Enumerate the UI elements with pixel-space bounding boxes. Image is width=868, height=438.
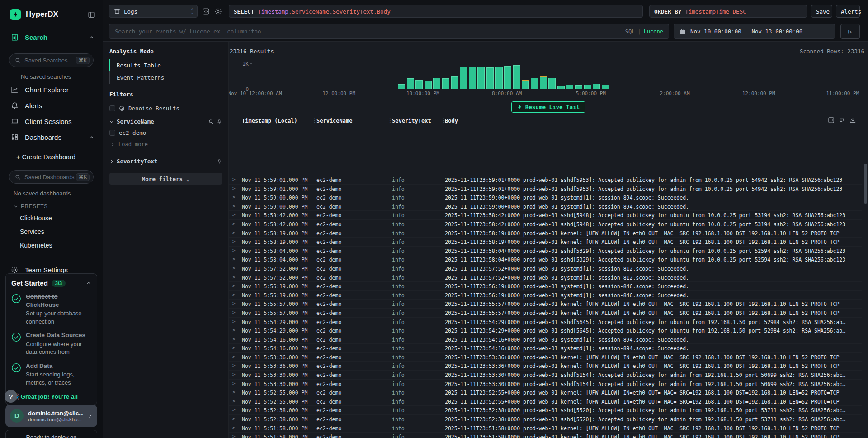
language-lucene-option[interactable]: Lucene — [644, 29, 663, 35]
saved-dashboards-input[interactable]: Saved Dashboards ⌘K — [9, 170, 94, 184]
table-row[interactable]: >Nov 11 5:53:36.000 PMec2-demoinfo2025-1… — [229, 353, 862, 362]
sidebar-section-search[interactable]: Search — [0, 28, 103, 47]
event-search-input[interactable]: Search your events w/ Lucene ex. column:… — [109, 24, 669, 39]
row-expand-chevron-icon[interactable]: > — [232, 425, 236, 431]
histogram-bar[interactable] — [486, 67, 494, 89]
table-row[interactable]: >Nov 11 5:53:30.000 PMec2-demoinfo2025-1… — [229, 380, 862, 389]
get-started-item[interactable]: Connect to ClickHouseSet up your databas… — [11, 293, 91, 325]
get-started-item[interactable]: Create Data SourcesConfigure where your … — [11, 331, 91, 356]
expand-view-icon[interactable] — [828, 117, 835, 124]
histogram-bar[interactable] — [548, 78, 556, 89]
row-expand-chevron-icon[interactable]: > — [232, 407, 236, 413]
table-row[interactable]: >Nov 11 5:59:00.000 PMec2-demoinfo2025-1… — [229, 202, 862, 211]
row-expand-chevron-icon[interactable]: > — [232, 194, 236, 200]
service-name-group[interactable]: ServiceName — [109, 114, 222, 127]
chevron-up-icon[interactable] — [86, 281, 91, 286]
histogram-bar[interactable] — [593, 84, 600, 89]
row-expand-chevron-icon[interactable]: > — [232, 300, 236, 306]
col-body[interactable]: Body — [445, 118, 458, 124]
sidebar-item-client-sessions[interactable]: Client Sessions — [0, 114, 103, 129]
sidebar-item-alerts[interactable]: Alerts — [0, 98, 103, 114]
row-expand-chevron-icon[interactable]: > — [232, 248, 236, 253]
create-dashboard-button[interactable]: + Create Dashboard — [0, 147, 103, 164]
pin-icon[interactable] — [217, 119, 222, 124]
table-row[interactable]: >Nov 11 5:55:57.000 PMec2-demoinfo2025-1… — [229, 309, 862, 318]
analysis-mode-option[interactable]: Results Table — [109, 59, 222, 71]
table-row[interactable]: >Nov 11 5:57:52.000 PMec2-demoinfo2025-1… — [229, 264, 862, 273]
histogram-bar[interactable] — [495, 67, 503, 89]
col-severitytext[interactable]: SeverityText — [392, 118, 431, 124]
alerts-button[interactable]: Alerts — [836, 5, 860, 18]
row-expand-chevron-icon[interactable]: > — [232, 416, 236, 422]
row-expand-chevron-icon[interactable]: > — [232, 230, 236, 236]
histogram-bar[interactable] — [433, 78, 440, 89]
histogram-bar[interactable] — [602, 85, 609, 89]
histogram-bar[interactable] — [540, 77, 547, 89]
row-expand-chevron-icon[interactable]: > — [232, 176, 236, 182]
edit-source-icon[interactable] — [202, 7, 211, 16]
histogram-bar[interactable] — [584, 85, 591, 89]
row-expand-chevron-icon[interactable]: > — [232, 238, 236, 244]
row-expand-chevron-icon[interactable]: > — [232, 283, 236, 289]
denoise-checkbox[interactable] — [109, 105, 115, 111]
chevron-up-icon[interactable] — [89, 35, 94, 40]
row-expand-chevron-icon[interactable]: > — [232, 319, 236, 324]
results-histogram[interactable]: 2K 0 Nov 10 12:00:00 AM12:00:00 PM10:00:… — [229, 62, 868, 97]
table-row[interactable]: >Nov 11 5:52:38.000 PMec2-demoinfo2025-1… — [229, 406, 862, 415]
analysis-mode-option[interactable]: Event Patterns — [109, 71, 222, 84]
col-timestamp[interactable]: Timestamp (Local) — [242, 118, 297, 124]
settings-gear-icon[interactable] — [214, 7, 223, 16]
preset-dashboard-link[interactable]: Services — [0, 225, 103, 238]
chevron-up-icon[interactable] — [89, 135, 94, 140]
table-row[interactable]: >Nov 11 5:58:04.000 PMec2-demoinfo2025-1… — [229, 255, 862, 264]
row-expand-chevron-icon[interactable]: > — [232, 327, 236, 333]
run-query-button[interactable]: ▷ — [840, 24, 860, 39]
histogram-bar[interactable] — [451, 76, 458, 89]
save-button[interactable]: Save — [811, 5, 832, 18]
table-row[interactable]: >Nov 11 5:59:00.000 PMec2-demoinfo2025-1… — [229, 193, 862, 202]
table-row[interactable]: >Nov 11 5:54:29.000 PMec2-demoinfo2025-1… — [229, 326, 862, 335]
sidebar-item-chart-explorer[interactable]: Chart Explorer — [0, 82, 103, 98]
table-row[interactable]: >Nov 11 5:56:19.000 PMec2-demoinfo2025-1… — [229, 282, 862, 291]
preset-dashboard-link[interactable]: ClickHouse — [0, 211, 103, 225]
service-filter-option[interactable]: ec2-demo — [109, 127, 222, 139]
more-filters-button[interactable]: More filters ⌄ — [109, 173, 222, 185]
help-button[interactable]: ? — [5, 390, 17, 403]
histogram-bar[interactable] — [504, 66, 511, 89]
service-checkbox[interactable] — [109, 130, 115, 136]
user-menu[interactable]: D dominic.tran@clic... dominic.tran@clic… — [5, 405, 97, 427]
row-expand-chevron-icon[interactable]: > — [232, 203, 236, 209]
row-expand-chevron-icon[interactable]: > — [232, 292, 236, 298]
histogram-bar[interactable] — [513, 65, 520, 89]
row-expand-chevron-icon[interactable]: > — [232, 336, 236, 342]
row-expand-chevron-icon[interactable]: > — [232, 362, 236, 368]
date-range-picker[interactable]: Nov 10 00:00:00 - Nov 13 00:00:00 — [674, 24, 835, 39]
row-expand-chevron-icon[interactable]: > — [232, 274, 236, 280]
row-expand-chevron-icon[interactable]: > — [232, 381, 236, 386]
row-expand-chevron-icon[interactable]: > — [232, 256, 236, 262]
row-expand-chevron-icon[interactable]: > — [232, 212, 236, 218]
table-row[interactable]: >Nov 11 5:52:38.000 PMec2-demoinfo2025-1… — [229, 415, 862, 424]
table-row[interactable]: >Nov 11 5:51:58.000 PMec2-demoinfo2025-1… — [229, 424, 862, 433]
histogram-bar[interactable] — [425, 81, 432, 89]
histogram-bar[interactable] — [442, 78, 449, 89]
table-row[interactable]: >Nov 11 5:58:19.000 PMec2-demoinfo2025-1… — [229, 238, 862, 247]
histogram-bar[interactable] — [398, 84, 405, 89]
row-expand-chevron-icon[interactable]: > — [232, 398, 236, 404]
table-row[interactable]: >Nov 11 5:58:19.000 PMec2-demoinfo2025-1… — [229, 229, 862, 238]
table-row[interactable]: >Nov 11 5:51:58.000 PMec2-demoinfo2025-1… — [229, 433, 862, 438]
histogram-bar[interactable] — [415, 80, 423, 89]
table-row[interactable]: >Nov 11 5:54:16.000 PMec2-demoinfo2025-1… — [229, 335, 862, 344]
row-expand-chevron-icon[interactable]: > — [232, 186, 236, 191]
row-expand-chevron-icon[interactable]: > — [232, 345, 236, 351]
table-row[interactable]: >Nov 11 5:56:19.000 PMec2-demoinfo2025-1… — [229, 291, 862, 300]
row-density-icon[interactable] — [839, 117, 845, 124]
load-more-button[interactable]: Load more — [109, 139, 222, 150]
histogram-bar[interactable] — [460, 67, 467, 89]
row-expand-chevron-icon[interactable]: > — [232, 309, 236, 315]
row-expand-chevron-icon[interactable]: > — [232, 389, 236, 395]
row-expand-chevron-icon[interactable]: > — [232, 354, 236, 360]
table-row[interactable]: >Nov 11 5:58:04.000 PMec2-demoinfo2025-1… — [229, 247, 862, 256]
saved-searches-input[interactable]: Saved Searches ⌘K — [9, 53, 94, 67]
table-row[interactable]: >Nov 11 5:59:01.000 PMec2-demoinfo2025-1… — [229, 185, 862, 194]
